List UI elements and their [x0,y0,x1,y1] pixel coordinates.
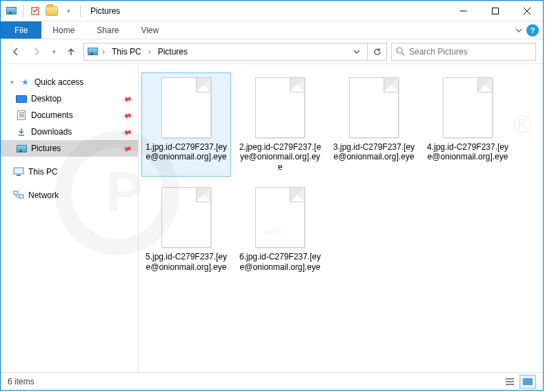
sidebar-item-label: Documents [31,110,73,120]
close-button[interactable] [511,1,543,21]
sidebar-item-this-pc[interactable]: This PC [1,164,138,180]
sidebar-item-downloads[interactable]: Downloads 📌 [1,124,138,140]
sidebar-item-label: Desktop [31,94,61,104]
file-icon [161,187,211,248]
search-icon [396,47,405,56]
file-icon [161,77,211,138]
network-icon [13,190,24,201]
details-view-button[interactable] [502,375,518,389]
desktop-icon [16,93,27,104]
file-item[interactable]: 1.jpg.id-C279F237.[eye@onionmail.org].ey… [141,72,231,177]
tab-home[interactable]: Home [41,21,86,39]
star-icon: ★ [19,77,30,88]
svg-line-6 [402,52,404,55]
breadcrumb-this-pc[interactable]: This PC [109,47,144,57]
pictures-icon [87,46,98,57]
properties-icon[interactable] [28,3,43,19]
file-name: 6.jpg.id-C279F237.[eye@onionmail.org].ey… [239,252,321,272]
explorer-window: ▾ Pictures File Home Share View ? [0,0,544,391]
file-name: 1.jpg.id-C279F237.[eye@onionmail.org].ey… [145,142,228,162]
separator [80,5,81,17]
file-item[interactable]: 4.jpg.id-C279F237.[eye@onionmail.org].ey… [423,72,513,177]
address-bar[interactable]: › This PC › Pictures [83,43,368,61]
svg-rect-10 [14,191,18,195]
forward-button[interactable] [28,43,45,60]
titlebar: ▾ Pictures [1,1,543,21]
file-tab[interactable]: File [1,21,41,39]
status-bar: 6 items [1,372,543,390]
qat-dropdown-icon[interactable]: ▾ [61,3,76,19]
file-pane[interactable]: 1.jpg.id-C279F237.[eye@onionmail.org].ey… [139,64,543,372]
svg-rect-9 [17,175,21,176]
svg-rect-2 [493,8,499,14]
tab-share[interactable]: Share [86,21,130,39]
address-bar-row: ▾ › This PC › Pictures [1,39,543,64]
minimize-button[interactable] [448,1,479,21]
file-icon [255,187,305,248]
file-item[interactable]: 2.jpeg.id-C279F237.[eye@onionmail.org].e… [235,72,325,177]
sidebar-item-network[interactable]: Network [1,187,138,204]
file-icon [443,77,493,138]
ribbon: File Home Share View ? [1,21,543,39]
file-name: 2.jpeg.id-C279F237.[eye@onionmail.org].e… [239,142,321,172]
breadcrumb-separator-icon[interactable]: › [101,47,106,57]
file-item[interactable]: 3.jpg.id-C279F237.[eye@onionmail.org].ey… [329,72,419,177]
file-name: 5.jpg.id-C279F237.[eye@onionmail.org].ey… [145,252,228,272]
maximize-button[interactable] [479,1,511,21]
sidebar-item-label: Quick access [34,77,83,87]
file-item[interactable]: 5.jpg.id-C279F237.[eye@onionmail.org].ey… [141,182,231,277]
this-pc-icon [13,166,24,177]
thumbnails-view-icon [523,378,533,385]
sidebar-item-label: This PC [28,167,58,177]
breadcrumb-pictures[interactable]: Pictures [155,47,190,57]
separator [23,5,23,17]
documents-icon [16,110,27,121]
downloads-icon [16,126,27,137]
ribbon-expand-icon[interactable] [515,27,522,34]
refresh-button[interactable] [368,43,387,61]
thumbnails-view-button[interactable] [519,375,536,389]
sidebar-item-label: Downloads [31,127,72,137]
quick-access-toolbar: ▾ Pictures [1,3,120,19]
sidebar-item-label: Pictures [31,144,61,153]
back-button[interactable] [8,43,24,60]
pin-icon: 📌 [121,126,132,137]
app-icon [3,3,19,19]
svg-rect-8 [14,168,23,174]
file-icon [255,77,305,138]
file-icon [349,77,399,138]
view-mode-buttons [502,375,536,389]
sidebar-item-documents[interactable]: Documents 📌 [1,107,138,124]
pin-icon: 📌 [121,93,132,104]
status-item-count: 6 items [8,377,34,386]
details-view-icon [506,378,514,385]
window-title: Pictures [90,6,120,16]
tab-view[interactable]: View [130,21,170,39]
explorer-body: ★ Quick access Desktop 📌 Documents 📌 Dow… [1,64,543,372]
address-dropdown-icon[interactable] [349,48,364,55]
help-icon[interactable]: ? [526,24,539,37]
search-box[interactable] [391,43,536,61]
search-input[interactable] [409,47,531,57]
sidebar-quick-access[interactable]: ★ Quick access [1,74,138,90]
sidebar-item-label: Network [28,190,59,200]
sidebar-item-pictures[interactable]: Pictures 📌 [1,140,138,157]
navigation-pane: ★ Quick access Desktop 📌 Documents 📌 Dow… [1,64,139,372]
new-folder-icon[interactable] [44,3,59,19]
pictures-icon [16,143,27,154]
pin-icon: 📌 [121,110,132,121]
svg-point-5 [397,48,402,53]
pin-icon: 📌 [121,143,132,154]
file-name: 4.jpg.id-C279F237.[eye@onionmail.org].ey… [426,142,509,162]
window-controls [448,1,543,21]
up-button[interactable] [63,43,79,60]
breadcrumb-separator-icon[interactable]: › [147,47,152,57]
sidebar-item-desktop[interactable]: Desktop 📌 [1,90,138,107]
recent-locations-button[interactable]: ▾ [49,43,59,60]
file-item[interactable]: 6.jpg.id-C279F237.[eye@onionmail.org].ey… [235,182,325,277]
file-name: 3.jpg.id-C279F237.[eye@onionmail.org].ey… [333,142,415,162]
svg-rect-11 [19,195,23,198]
file-grid: 1.jpg.id-C279F237.[eye@onionmail.org].ey… [141,72,540,277]
